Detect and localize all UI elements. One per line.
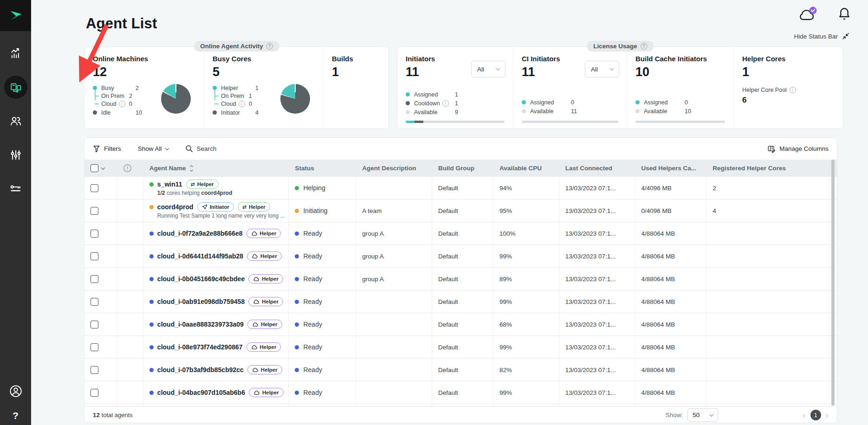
column-header-agent-name[interactable]: Agent Name — [143, 160, 289, 177]
help-info-icon[interactable]: ? — [266, 43, 273, 50]
table-row[interactable]: cloud_i-0b0451669c49cbdeeHelperReadygrou… — [84, 268, 837, 290]
chevron-down-icon[interactable] — [101, 166, 105, 169]
row-checkbox[interactable] — [91, 230, 98, 238]
table-row[interactable]: cloud_i-08e973f74ed290867HelperReadyDefa… — [84, 336, 837, 359]
status-dot — [295, 277, 299, 281]
notifications-bell-icon[interactable] — [837, 6, 851, 22]
page-size-select[interactable]: 50 — [687, 408, 718, 422]
search-input[interactable]: Search — [185, 145, 217, 153]
table-row[interactable]: cloud_i-04bac907d105ab6b6HelperReadyDefa… — [84, 381, 837, 404]
previous-page-button[interactable]: ‹ — [803, 411, 805, 419]
last-connected-cell: 13/03/2023 07:1... — [559, 268, 635, 290]
row-checkbox[interactable] — [91, 252, 98, 260]
registered-cores-cell — [706, 381, 837, 404]
sidebar-item-dashboard[interactable] — [4, 42, 27, 65]
table-row[interactable]: cloud_i-0f72a9a2e88b666e8HelperReadygrou… — [84, 222, 837, 245]
select-all-checkbox[interactable] — [91, 164, 98, 172]
initiators-filter-dropdown[interactable]: All — [471, 61, 505, 77]
ci-initiators-legend: Assigned0Available11 — [522, 98, 618, 115]
sidebar-item-agents[interactable] — [4, 76, 27, 99]
hide-status-bar[interactable]: Hide Status Bar — [794, 32, 849, 40]
agent-status-dot — [149, 232, 154, 236]
agent-status-cell: Ready — [289, 336, 356, 358]
status-dot — [295, 345, 299, 349]
ci-initiators-filter-dropdown[interactable]: All — [585, 61, 619, 77]
cloud-status-icon[interactable] — [797, 6, 818, 22]
table-row[interactable]: cloud_i-0d6441d144f95ab28HelperReadygrou… — [84, 245, 837, 268]
filters-button[interactable]: Filters — [93, 145, 121, 153]
available-cpu-cell: 100% — [493, 222, 559, 245]
table-row[interactable]: coord4prodInitiator⇄HelperRunning Test S… — [84, 200, 837, 222]
table-row[interactable]: cloud_i-07b3af9db85cb92ccHelperReadyDefa… — [84, 359, 837, 381]
row-checkbox[interactable] — [91, 321, 98, 328]
column-header-status[interactable]: Status — [289, 160, 356, 177]
help-info-icon[interactable]: i — [442, 100, 449, 107]
row-alert-cell — [117, 359, 143, 381]
sort-icon[interactable] — [190, 166, 193, 171]
chevron-down-icon — [610, 66, 614, 70]
select-all-header[interactable] — [84, 160, 117, 177]
agent-status-cell: Ready — [289, 245, 356, 267]
agent-name: cloud_i-07b3af9db85cb92cc — [157, 366, 244, 373]
table-toolbar: Filters Show All Search Manage Columns — [84, 138, 837, 160]
used-helpers-cell: 4/4096 MB — [635, 177, 707, 199]
agent-status-dot — [149, 205, 154, 209]
help-info-icon[interactable]: i — [790, 87, 796, 93]
row-checkbox[interactable] — [91, 275, 98, 283]
table-row[interactable] — [84, 404, 837, 406]
row-checkbox[interactable] — [91, 366, 98, 374]
table-body: s_win11⇄Helper1/2 cores helping coord4pr… — [84, 177, 837, 406]
row-checkbox[interactable] — [91, 298, 98, 306]
column-header-registered-helper-cores[interactable]: Registered Helper Cores — [706, 160, 837, 177]
available-cpu-cell: 68% — [493, 313, 559, 335]
sidebar: ? — [0, 0, 31, 425]
column-header-used-helpers-ca[interactable]: Used Helpers Ca... — [635, 160, 707, 177]
sidebar-item-settings[interactable] — [4, 143, 27, 167]
next-page-button[interactable]: › — [826, 411, 829, 419]
cloud-icon — [252, 367, 259, 373]
table-row[interactable]: cloud_i-0ab91e098db759458HelperReadyDefa… — [84, 290, 837, 313]
column-header-available-cpu[interactable]: Available CPU — [493, 160, 559, 177]
cloud-icon — [253, 299, 259, 304]
row-checkbox[interactable] — [91, 343, 98, 351]
profile-avatar-icon[interactable] — [9, 384, 23, 398]
available-cpu-cell — [493, 404, 559, 406]
table-row[interactable]: cloud_i-0aae8883239733a09HelperReadyDefa… — [84, 313, 837, 336]
registered-cores-cell — [706, 245, 837, 267]
help-info-icon[interactable]: ? — [641, 43, 647, 50]
column-header-build-group[interactable]: Build Group — [432, 160, 493, 177]
status-dot — [295, 391, 299, 395]
app-logo[interactable] — [0, 0, 31, 31]
row-checkbox[interactable] — [91, 207, 98, 215]
show-all-dropdown[interactable]: Show All — [138, 145, 168, 152]
table-row[interactable]: s_win11⇄Helper1/2 cores helping coord4pr… — [84, 177, 837, 200]
legend-subitem: Cloudi0 — [214, 100, 259, 108]
legend-item: Initiator4 — [213, 109, 259, 116]
sidebar-item-license[interactable] — [4, 177, 27, 200]
last-connected-cell: 13/03/2023 07:1... — [559, 336, 635, 358]
manage-columns-button[interactable]: Manage Columns — [767, 145, 829, 153]
build-group-cell: Default — [432, 381, 493, 404]
cloud-icon — [251, 231, 258, 236]
registered-cores-cell — [706, 268, 837, 290]
used-helpers-cell: 4/88064 MB — [635, 222, 707, 245]
help-info-icon[interactable]: i — [119, 101, 125, 107]
table-scrollbar[interactable] — [831, 160, 835, 406]
build-group-cell — [432, 404, 493, 406]
sidebar-item-users[interactable] — [4, 109, 27, 133]
last-connected-cell: 13/03/2023 07:1... — [559, 359, 635, 381]
ci-initiators-usage-bar — [522, 121, 618, 123]
column-header-agent-description[interactable]: Agent Description — [356, 160, 432, 177]
help-info-icon[interactable]: i — [239, 101, 245, 107]
row-select-cell — [84, 200, 117, 222]
helper-badge: Helper — [246, 342, 281, 352]
page-title: Agent List — [86, 15, 157, 32]
row-checkbox[interactable] — [91, 184, 98, 192]
column-header-last-connected[interactable]: Last Connected — [559, 160, 635, 177]
agent-name: cloud_i-0d6441d144f95ab28 — [157, 252, 243, 260]
agent-name-cell: cloud_i-0f72a9a2e88b666e8Helper — [143, 222, 289, 245]
row-checkbox[interactable] — [91, 389, 98, 397]
help-icon[interactable]: ? — [13, 410, 19, 421]
helper-badge: Helper — [249, 388, 284, 397]
legend-dot — [406, 92, 410, 97]
